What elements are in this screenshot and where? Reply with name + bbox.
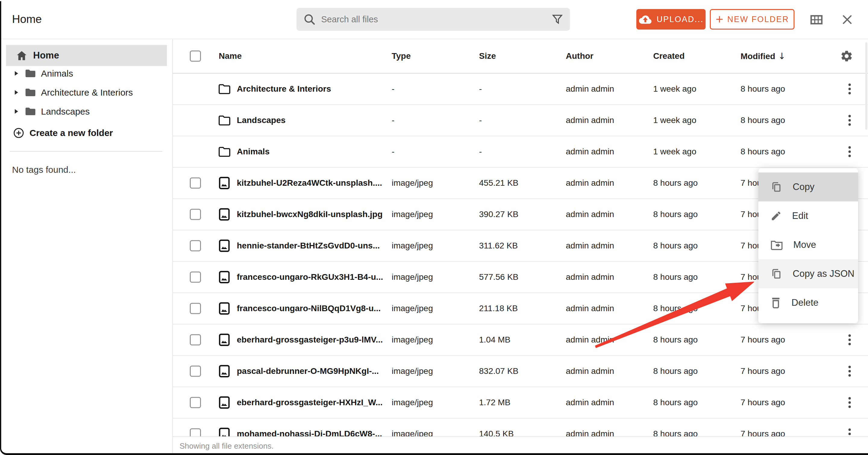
sidebar-folder-landscapes[interactable]: Landscapes	[0, 102, 172, 121]
file-type: -	[392, 147, 394, 157]
file-name[interactable]: francesco-ungaro-RkGUx3H1-B4-u...	[237, 272, 383, 282]
file-size: 832.07 KB	[479, 366, 519, 376]
move-icon	[770, 239, 783, 251]
row-checkbox[interactable]	[190, 209, 201, 220]
file-type: image/jpeg	[392, 335, 433, 345]
new-folder-button[interactable]: NEW FOLDER	[710, 9, 795, 30]
column-header-created[interactable]: Created	[653, 51, 684, 61]
file-name[interactable]: pascal-debrunner-O-MG9HpNKgI-...	[237, 366, 379, 376]
file-size: 1.04 MB	[479, 335, 510, 345]
table-row[interactable]: eberhard-grossgasteiger-p3u9-lMV...image…	[173, 324, 868, 356]
row-checkbox[interactable]	[190, 303, 201, 314]
row-menu-button[interactable]	[841, 80, 859, 98]
caret-right-icon[interactable]	[14, 90, 19, 95]
sidebar-folder-architecture-interiors[interactable]: Architecture & Interiors	[0, 83, 172, 102]
column-settings-gear-icon[interactable]	[838, 50, 856, 63]
row-menu-button[interactable]	[841, 425, 859, 436]
file-name[interactable]: Animals	[237, 147, 270, 157]
file-created: 1 week ago	[653, 115, 696, 125]
close-icon[interactable]	[841, 13, 853, 26]
caret-right-icon[interactable]	[14, 109, 19, 114]
row-menu-button[interactable]	[841, 394, 859, 411]
image-file-icon	[219, 271, 230, 283]
menu-item-copy[interactable]: Copy	[758, 172, 858, 201]
file-author: admin admin	[566, 272, 614, 282]
menu-item-label: Edit	[792, 210, 808, 221]
row-menu-button[interactable]	[841, 111, 859, 130]
file-type: image/jpeg	[392, 178, 433, 188]
file-type: -	[392, 84, 394, 94]
sidebar-folder-animals[interactable]: Animals	[0, 64, 172, 83]
file-modified: 7 hours ago	[741, 398, 785, 407]
menu-item-edit[interactable]: Edit	[758, 201, 858, 230]
search-input[interactable]	[320, 14, 551, 25]
file-created: 8 hours ago	[653, 272, 698, 282]
search-bar[interactable]	[297, 8, 570, 31]
window-bottom-edge	[7, 453, 868, 455]
row-menu-button[interactable]	[841, 331, 859, 349]
file-created: 8 hours ago	[653, 304, 698, 313]
row-checkbox[interactable]	[190, 334, 201, 345]
plus-circle-icon	[13, 127, 24, 138]
scrollbar-thumb[interactable]	[865, 42, 867, 130]
folder-icon	[25, 107, 36, 116]
folder-icon	[218, 146, 231, 158]
upload-button-label: UPLOAD...	[656, 15, 704, 24]
sidebar-item-home[interactable]: Home	[6, 45, 167, 66]
file-name[interactable]: kitzbuhel-U2Reza4WCtk-unsplash....	[237, 178, 382, 188]
grid-view-icon[interactable]	[810, 15, 823, 24]
cloud-upload-icon	[638, 14, 653, 24]
table-row[interactable]: pascal-debrunner-O-MG9HpNKgI-...image/jp…	[173, 356, 868, 387]
file-author: admin admin	[566, 241, 614, 251]
row-checkbox[interactable]	[190, 178, 201, 189]
table-row[interactable]: Architecture & Interiors--admin admin1 w…	[173, 74, 868, 105]
file-library-window: Home UPLOAD... NEW FOLDER	[0, 0, 868, 455]
table-row[interactable]: Landscapes--admin admin1 week ago8 hours…	[173, 105, 868, 136]
file-type: image/jpeg	[392, 398, 433, 407]
file-size: -	[479, 115, 482, 125]
file-created: 8 hours ago	[653, 209, 698, 219]
row-checkbox[interactable]	[190, 397, 201, 408]
row-menu-button[interactable]	[841, 362, 859, 380]
file-type: image/jpeg	[392, 304, 433, 313]
table-row[interactable]: eberhard-grossgasteiger-HXHzI_W...image/…	[173, 387, 868, 419]
filter-icon[interactable]	[551, 13, 563, 25]
row-checkbox[interactable]	[190, 240, 201, 252]
menu-item-copy-as-json[interactable]: Copy as JSON	[758, 259, 858, 288]
file-name[interactable]: Architecture & Interiors	[237, 84, 331, 94]
file-created: 8 hours ago	[653, 398, 698, 407]
column-header-modified[interactable]: Modified↓	[741, 51, 785, 61]
file-size: -	[479, 147, 482, 157]
upload-button[interactable]: UPLOAD...	[636, 9, 706, 30]
row-menu-button[interactable]	[841, 143, 859, 161]
file-name[interactable]: eberhard-grossgasteiger-HXHzI_W...	[237, 398, 383, 407]
table-row[interactable]: mohamed-nohassi-Di-DmLD6cW8-...image/jpe…	[173, 419, 868, 436]
search-icon	[303, 13, 316, 26]
new-folder-button-label: NEW FOLDER	[727, 15, 789, 24]
select-all-checkbox[interactable]	[190, 51, 201, 62]
menu-item-delete[interactable]: Delete	[758, 288, 858, 317]
file-name[interactable]: francesco-ungaro-NilBQqD1Vg8-u...	[237, 304, 381, 313]
column-header-type[interactable]: Type	[392, 51, 411, 61]
create-folder-label: Create a new folder	[30, 128, 113, 138]
caret-right-icon[interactable]	[14, 71, 19, 76]
row-checkbox[interactable]	[190, 366, 201, 377]
menu-item-move[interactable]: Move	[758, 230, 858, 259]
file-author: admin admin	[566, 366, 614, 376]
row-checkbox[interactable]	[190, 272, 201, 283]
create-folder-button[interactable]: Create a new folder	[13, 124, 113, 142]
table-row[interactable]: Animals--admin admin1 week ago8 hours ag…	[173, 136, 868, 168]
image-file-icon	[219, 365, 230, 377]
file-name[interactable]: Landscapes	[237, 115, 286, 125]
file-name[interactable]: mohamed-nohassi-Di-DmLD6cW8-...	[237, 429, 382, 436]
column-header-name[interactable]: Name	[219, 51, 242, 61]
file-name[interactable]: hennie-stander-BtHtZsGvdD0-uns...	[237, 241, 380, 251]
status-text: Showing all file extensions.	[180, 442, 274, 451]
file-name[interactable]: eberhard-grossgasteiger-p3u9-lMV...	[237, 335, 383, 345]
row-checkbox[interactable]	[190, 428, 201, 436]
file-name[interactable]: kitzbuhel-bwcxNg8dkiI-unsplash.jpg	[237, 209, 383, 219]
column-header-author[interactable]: Author	[566, 51, 593, 61]
column-header-size[interactable]: Size	[479, 51, 496, 61]
file-size: 390.27 KB	[479, 209, 519, 219]
file-author: admin admin	[566, 147, 614, 157]
